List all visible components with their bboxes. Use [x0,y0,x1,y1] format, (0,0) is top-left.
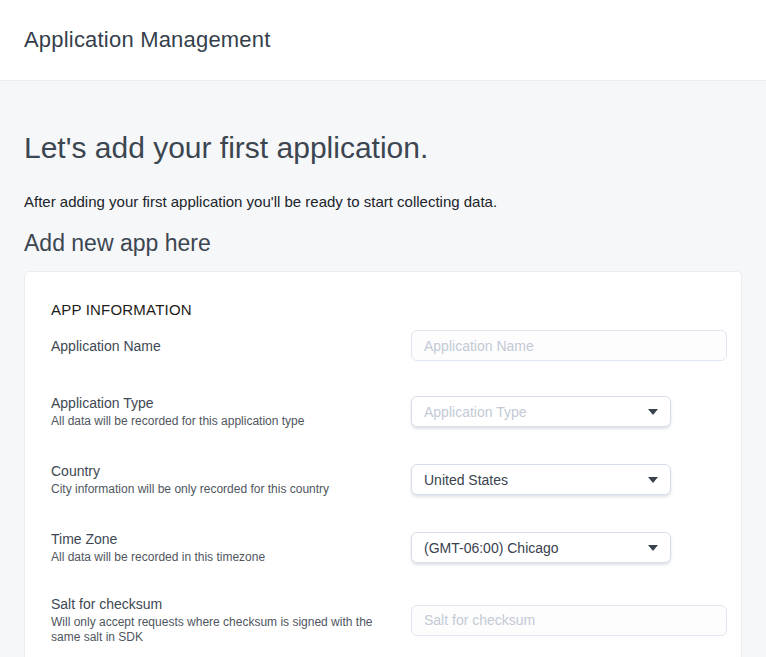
field-labels: Application Name [51,337,411,355]
salt-for-checksum-description: Will only accept requests where checksum… [51,615,381,645]
time-zone-label: Time Zone [51,530,391,548]
application-type-description: All data will be recorded for this appli… [51,414,381,429]
form-row-application-name: Application Name [51,330,727,361]
main-content: Let's add your first application. After … [0,131,766,657]
page-title: Application Management [24,27,271,53]
timezone-select[interactable]: (GMT-06:00) Chicago [411,532,671,563]
chevron-down-icon [648,545,658,551]
chevron-down-icon [648,409,658,415]
country-label: Country [51,462,391,480]
country-select[interactable]: United States [411,464,671,495]
salt-for-checksum-label: Salt for checksum [51,595,391,613]
field-labels: Salt for checksum Will only accept reque… [51,595,411,645]
application-type-label: Application Type [51,394,391,412]
field-labels: Application Type All data will be record… [51,394,411,429]
form-row-application-type: Application Type All data will be record… [51,394,727,429]
application-type-select[interactable]: Application Type [411,396,671,427]
welcome-subheading: After adding your first application you'… [24,192,742,212]
app-information-card: APP INFORMATION Application Name Applica… [24,271,742,657]
application-name-label: Application Name [51,337,391,355]
add-new-app-heading: Add new app here [24,229,742,257]
field-labels: Country City information will be only re… [51,462,411,497]
salt-for-checksum-input[interactable] [411,605,727,636]
timezone-select-value: (GMT-06:00) Chicago [424,540,559,556]
time-zone-description: All data will be recorded in this timezo… [51,550,381,565]
chevron-down-icon [648,477,658,483]
top-bar: Application Management [0,0,766,81]
form-row-salt-for-checksum: Salt for checksum Will only accept reque… [51,595,727,645]
application-name-input[interactable] [411,330,727,361]
field-labels: Time Zone All data will be recorded in t… [51,530,411,565]
card-section-title: APP INFORMATION [51,300,727,320]
welcome-heading: Let's add your first application. [24,131,742,165]
country-select-value: United States [424,472,508,488]
form-row-time-zone: Time Zone All data will be recorded in t… [51,530,727,565]
country-description: City information will be only recorded f… [51,482,381,497]
form-row-country: Country City information will be only re… [51,462,727,497]
application-type-select-value: Application Type [424,404,526,420]
